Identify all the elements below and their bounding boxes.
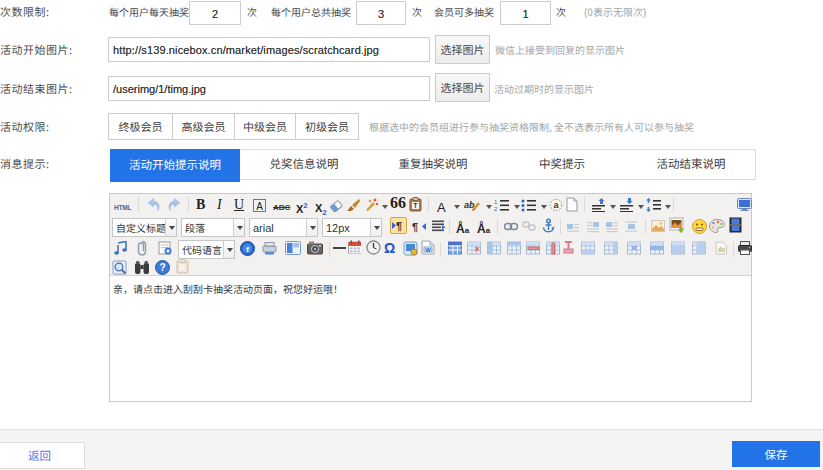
svg-text:¶: ¶ xyxy=(396,218,402,233)
svg-text:T: T xyxy=(413,200,418,210)
svg-text:f: f xyxy=(246,243,249,254)
svg-text:W: W xyxy=(425,245,431,254)
svg-text:?: ? xyxy=(159,260,165,274)
svg-text:2: 2 xyxy=(494,204,498,212)
svg-text:¶: ¶ xyxy=(412,219,418,234)
